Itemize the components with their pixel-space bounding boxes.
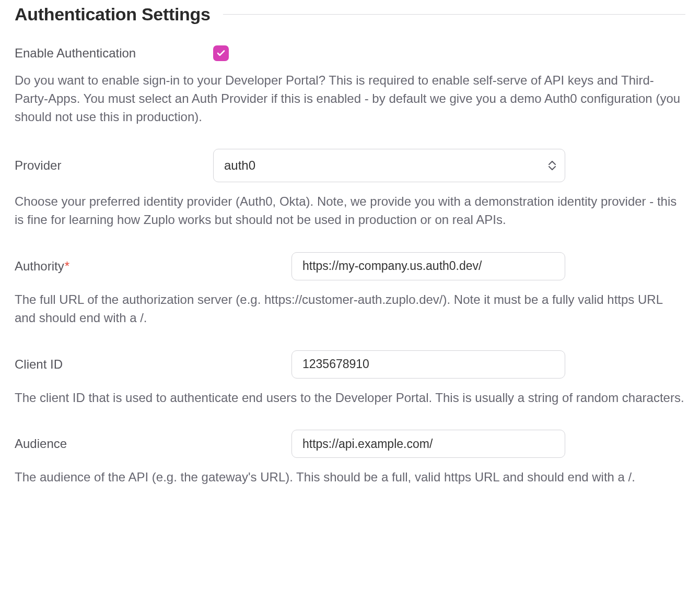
enable-auth-checkbox[interactable] — [213, 45, 229, 61]
authority-help: The full URL of the authorization server… — [15, 291, 685, 327]
section-header: Authentication Settings — [15, 4, 685, 25]
section-title: Authentication Settings — [15, 4, 211, 25]
client-id-help: The client ID that is used to authentica… — [15, 389, 685, 407]
client-id-label: Client ID — [15, 357, 291, 372]
authority-input[interactable] — [291, 252, 565, 280]
provider-row: Provider — [15, 149, 685, 182]
audience-input[interactable] — [291, 430, 565, 458]
section-divider — [223, 14, 685, 15]
authority-row: Authority* — [15, 252, 685, 280]
check-icon — [216, 49, 226, 58]
client-id-group: Client ID The client ID that is used to … — [15, 350, 685, 407]
enable-auth-label: Enable Authentication — [15, 46, 213, 61]
client-id-row: Client ID — [15, 350, 685, 379]
authority-label-text: Authority — [15, 259, 64, 273]
authority-label: Authority* — [15, 259, 291, 274]
provider-select[interactable] — [213, 149, 565, 182]
provider-help: Choose your preferred identity provider … — [15, 193, 685, 229]
audience-row: Audience — [15, 430, 685, 458]
audience-label: Audience — [15, 436, 291, 451]
required-marker: * — [65, 259, 69, 273]
authority-group: Authority* The full URL of the authoriza… — [15, 252, 685, 327]
provider-select-wrapper — [213, 149, 565, 182]
provider-label: Provider — [15, 158, 213, 173]
enable-auth-group: Enable Authentication Do you want to ena… — [15, 45, 685, 126]
provider-group: Provider Choose your preferred identity … — [15, 149, 685, 229]
client-id-input[interactable] — [291, 350, 565, 379]
enable-auth-help: Do you want to enable sign-in to your De… — [15, 72, 685, 126]
enable-auth-row: Enable Authentication — [15, 45, 685, 61]
audience-help: The audience of the API (e.g. the gatewa… — [15, 468, 685, 487]
audience-group: Audience The audience of the API (e.g. t… — [15, 430, 685, 487]
